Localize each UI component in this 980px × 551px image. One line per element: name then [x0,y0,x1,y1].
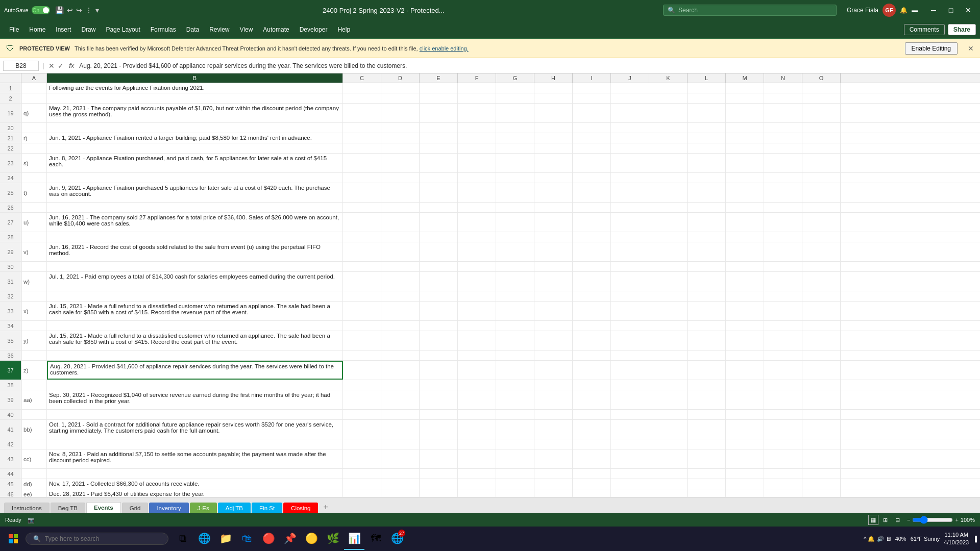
cell-o[interactable] [802,350,841,360]
cell-n[interactable] [764,302,802,320]
more-icon[interactable]: ⋮ [85,6,92,14]
cell-n[interactable] [764,380,802,390]
search-input[interactable] [678,7,832,14]
row-number[interactable]: 39 [0,390,21,409]
cell-h[interactable] [534,133,573,143]
col-header-J[interactable]: J [611,73,649,83]
cell-d[interactable] [381,242,420,261]
cell-a[interactable] [21,93,47,103]
cell-k[interactable] [649,143,688,153]
cell-d[interactable] [381,380,420,390]
cell-m[interactable] [726,203,764,212]
row-number[interactable]: 26 [0,203,21,212]
cell-m[interactable] [726,232,764,242]
add-sheet-button[interactable]: + [319,501,332,513]
cell-j[interactable] [611,331,649,350]
cell-m[interactable] [726,272,764,291]
cell-d[interactable] [381,361,420,380]
cell-m[interactable] [726,83,764,93]
cell-f[interactable] [458,350,496,360]
menu-page-layout[interactable]: Page Layout [101,24,145,35]
cell-d[interactable] [381,390,420,409]
cell-o[interactable] [802,390,841,409]
cell-l[interactable] [688,449,726,468]
cell-h[interactable] [534,361,573,380]
row-number[interactable]: 32 [0,291,21,301]
cell-m[interactable] [726,183,764,202]
cell-g[interactable] [496,439,534,449]
col-header-O[interactable]: O [802,73,841,83]
cell-b[interactable] [47,350,343,360]
cell-o[interactable] [802,242,841,261]
cell-c[interactable] [343,321,381,331]
cell-d[interactable] [381,449,420,468]
cell-l[interactable] [688,380,726,390]
cell-m[interactable] [726,123,764,133]
cell-b[interactable] [47,262,343,271]
cell-n[interactable] [764,262,802,271]
col-header-B[interactable]: B [47,73,343,83]
row-number[interactable]: 22 [0,143,21,153]
cell-n[interactable] [764,321,802,331]
cell-h[interactable] [534,420,573,439]
minimize-button[interactable]: ─ [926,3,941,17]
row-number[interactable]: 35 [0,331,21,350]
col-header-L[interactable]: L [688,73,726,83]
cell-j[interactable] [611,104,649,122]
cell-n[interactable] [764,154,802,172]
cell-d[interactable] [381,173,420,183]
cell-e[interactable] [420,361,458,380]
cell-h[interactable] [534,173,573,183]
cell-b[interactable] [47,232,343,242]
col-header-I[interactable]: I [573,73,611,83]
row-number[interactable]: 36 [0,350,21,360]
cell-l[interactable] [688,390,726,409]
cell-b[interactable] [47,143,343,153]
cell-l[interactable] [688,143,726,153]
cell-c[interactable] [343,154,381,172]
cell-c[interactable] [343,203,381,212]
cell-m[interactable] [726,420,764,439]
taskbar-search-input[interactable] [45,535,161,542]
cell-l[interactable] [688,232,726,242]
col-header-A[interactable]: A [21,73,47,83]
cell-j[interactable] [611,183,649,202]
cell-f[interactable] [458,469,496,479]
avatar[interactable]: GF [883,4,896,17]
row-number[interactable]: 21 [0,133,21,143]
cell-a[interactable] [21,410,47,419]
cell-h[interactable] [534,469,573,479]
cell-e[interactable] [420,410,458,419]
close-banner-button[interactable]: ✕ [968,44,974,53]
cell-e[interactable] [420,83,458,93]
cell-b[interactable]: Jun. 9, 2021 - Appliance Fixation purcha… [47,183,343,202]
cell-k[interactable] [649,232,688,242]
cell-i[interactable] [573,213,611,232]
cell-i[interactable] [573,242,611,261]
cell-n[interactable] [764,449,802,468]
cell-b[interactable] [47,380,343,390]
cell-j[interactable] [611,479,649,489]
cell-n[interactable] [764,133,802,143]
row-number[interactable]: 43 [0,449,21,468]
cell-c[interactable] [343,489,381,497]
sheet-tab-beg-tb[interactable]: Beg TB [51,503,85,513]
cell-d[interactable] [381,272,420,291]
cell-g[interactable] [496,469,534,479]
cell-j[interactable] [611,302,649,320]
cell-j[interactable] [611,489,649,497]
enable-editing-link[interactable]: click enable editing. [420,45,469,52]
col-header-C[interactable]: C [343,73,381,83]
cell-d[interactable] [381,439,420,449]
cell-n[interactable] [764,390,802,409]
cell-c[interactable] [343,479,381,489]
cell-k[interactable] [649,272,688,291]
cell-e[interactable] [420,331,458,350]
cell-d[interactable] [381,133,420,143]
cell-h[interactable] [534,439,573,449]
cell-f[interactable] [458,242,496,261]
cell-i[interactable] [573,183,611,202]
cell-b[interactable] [47,469,343,479]
cell-k[interactable] [649,183,688,202]
cell-f[interactable] [458,489,496,497]
